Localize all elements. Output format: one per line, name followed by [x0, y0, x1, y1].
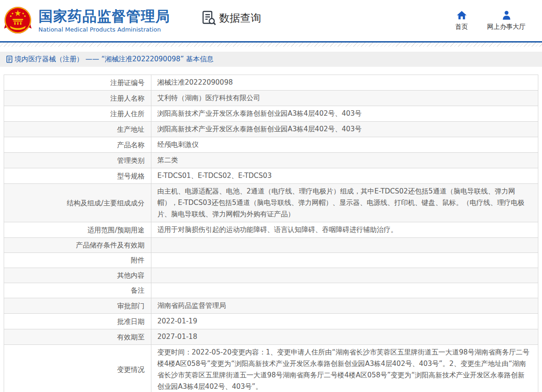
- table-row: 附件: [4, 253, 538, 268]
- row-value: 适用于对脑损伤引起的运动功能障碍、语言认知障碍、吞咽障碍进行辅助治疗。: [151, 222, 538, 237]
- table-row: 其他内容: [4, 268, 538, 283]
- breadcrumb: 境内医疗器械（注册） —— “湘械注准20222090098” 基本信息: [0, 52, 542, 67]
- row-value: 浏阳高新技术产业开发区永泰路创新创业园A3栋4层402号、403号: [151, 122, 538, 137]
- row-value: [151, 253, 538, 268]
- table-row: 生产地址浏阳高新技术产业开发区永泰路创新创业园A3栋4层402号、403号: [4, 122, 538, 137]
- row-label: 结构及组成/主要组成成分: [4, 184, 151, 222]
- row-value: 浏阳高新技术产业开发区永泰路创新创业园A3栋4层402号、403号: [151, 106, 538, 121]
- row-value: 由主机、电源适配器、电池、2通道（电疗线、理疗电极片）组成，其中E-TDCS02…: [151, 184, 538, 222]
- home-icon: [456, 10, 467, 21]
- row-label: 变更情况: [4, 345, 151, 392]
- row-label: 产品储存条件及有效期: [4, 238, 151, 252]
- row-value: [151, 238, 538, 252]
- row-value: 第二类: [151, 153, 538, 168]
- data-query-label: 数据查询: [219, 11, 261, 25]
- row-label: 审批部门: [4, 298, 151, 313]
- row-value: [151, 268, 538, 283]
- table-row: 产品名称经颅电刺激仪: [4, 137, 538, 153]
- table-row: 型号规格E-TDCS01、E-TDCS02、E-TDCS03: [4, 168, 538, 184]
- table-row: 管理类别第二类: [4, 153, 538, 168]
- brand-text: 国家药品监督管理局 National Medical Products Admi…: [38, 8, 170, 33]
- table-row: 注册证编号湘械注准20222090098: [4, 75, 538, 91]
- row-label: 注册证编号: [4, 75, 151, 90]
- document-search-icon: [201, 10, 217, 26]
- site-title-en: National Medical Products Administration: [38, 26, 170, 33]
- table-row: 变更情况变更时间：2022-05-20变更内容：1、变更申请人住所由“湖南省长沙…: [4, 345, 538, 392]
- table-row: 批准日期2022-01-19: [4, 314, 538, 329]
- row-value: 艾利特（湖南）医疗科技有限公司: [151, 91, 538, 106]
- nav-item-service-hall[interactable]: 网上办事大厅: [487, 10, 526, 31]
- nmpa-brand[interactable]: 国家药品监督管理局 National Medical Products Admi…: [4, 6, 170, 35]
- row-label: 适用范围/预期用途: [4, 222, 151, 237]
- document-icon: [6, 55, 13, 63]
- row-label: 生产地址: [4, 122, 151, 137]
- row-value: 变更时间：2022-05-20变更内容：1、变更申请人住所由“湖南省长沙市芙蓉区…: [151, 345, 538, 392]
- row-value: 经颅电刺激仪: [151, 137, 538, 152]
- hatch-band: [0, 43, 542, 47]
- row-label: 有效期至: [4, 329, 151, 344]
- table-row: 有效期至2027-01-18: [4, 329, 538, 345]
- table-row: 结构及组成/主要组成成分由主机、电源适配器、电池、2通道（电疗线、理疗电极片）组…: [4, 184, 538, 222]
- nav-item-home[interactable]: 首页: [455, 10, 468, 31]
- row-label: 备注: [4, 283, 151, 298]
- row-value: 2027-01-18: [151, 329, 538, 344]
- row-label: 管理类别: [4, 153, 151, 168]
- table-row: 审批部门湖南省药品监督管理局: [4, 298, 538, 314]
- table-row: 适用范围/预期用途适用于对脑损伤引起的运动功能障碍、语言认知障碍、吞咽障碍进行辅…: [4, 222, 538, 238]
- top-nav: 首页 网上办事大厅: [455, 10, 526, 31]
- row-value: 湖南省药品监督管理局: [151, 298, 538, 313]
- table-row: 注册人名称艾利特（湖南）医疗科技有限公司: [4, 91, 538, 106]
- china-national-emblem-icon: [4, 6, 32, 35]
- row-label: 其他内容: [4, 268, 151, 283]
- nav-item-label: 首页: [455, 23, 468, 31]
- nav-item-label: 网上办事大厅: [487, 23, 526, 31]
- site-title-cn: 国家药品监督管理局: [38, 8, 170, 25]
- row-label: 附件: [4, 253, 151, 268]
- page-header: 国家药品监督管理局 National Medical Products Admi…: [0, 0, 542, 41]
- row-value: [151, 283, 538, 298]
- row-label: 注册人名称: [4, 91, 151, 106]
- page-title: 境内医疗器械（注册） —— “湘械注准20222090098” 基本信息: [15, 55, 214, 64]
- row-value: E-TDCS01、E-TDCS02、E-TDCS03: [151, 168, 538, 183]
- table-row: 备注: [4, 283, 538, 298]
- row-value: 湘械注准20222090098: [151, 75, 538, 90]
- table-row: 产品储存条件及有效期: [4, 238, 538, 253]
- row-label: 注册人住所: [4, 106, 151, 121]
- table-row: 注册人住所浏阳高新技术产业开发区永泰路创新创业园A3栋4层402号、403号: [4, 106, 538, 122]
- data-query-link[interactable]: 数据查询: [201, 10, 261, 26]
- row-label: 型号规格: [4, 168, 151, 183]
- row-label: 产品名称: [4, 137, 151, 152]
- person-icon: [501, 10, 512, 21]
- row-value: 2022-01-19: [151, 314, 538, 329]
- info-table: 注册证编号湘械注准20222090098注册人名称艾利特（湖南）医疗科技有限公司…: [4, 75, 538, 392]
- row-label: 批准日期: [4, 314, 151, 329]
